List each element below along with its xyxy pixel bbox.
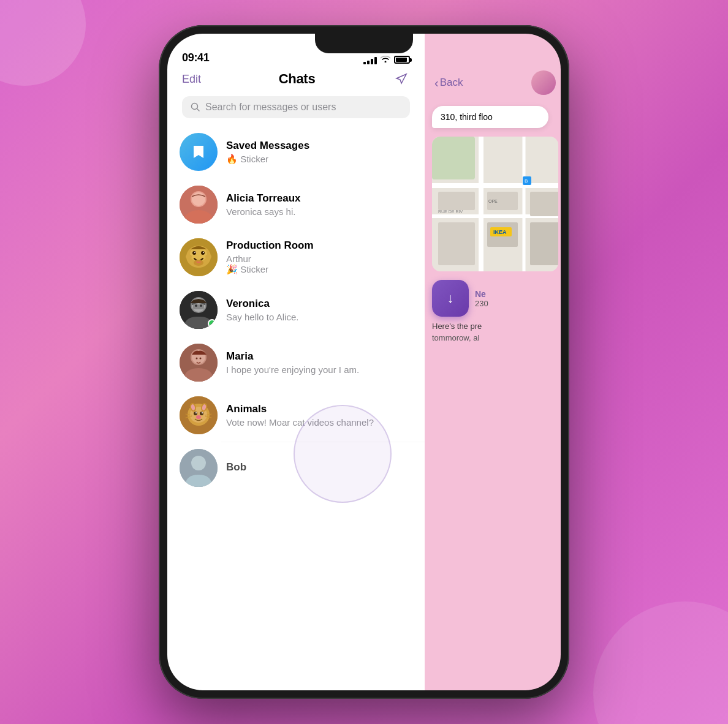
map-placeholder: IKEA B RUE DE RIV OPE (432, 137, 558, 271)
chat-info-production-room: Production Room Arthur 🎉 Sticker (226, 239, 412, 275)
chat-preview-sender: Arthur (226, 254, 251, 264)
svg-point-19 (195, 304, 197, 307)
download-info: Ne 230 (475, 289, 488, 308)
svg-point-38 (202, 412, 203, 413)
edit-button[interactable]: Edit (182, 73, 201, 86)
chat-detail-panel: 🎀 💝 🌸 ✿ 💕 ‹ Back (425, 34, 561, 690)
svg-rect-57 (530, 222, 558, 265)
online-indicator-veronica (208, 319, 216, 328)
download-count: 230 (475, 299, 488, 308)
chat-list: Saved Messages 🔥 Sticker (167, 126, 425, 690)
chat-item-bob[interactable]: Bob (167, 442, 425, 494)
chat-preview-sticker: 🎉 Sticker (226, 264, 268, 274)
search-bar[interactable]: Search for messages or users (182, 96, 410, 118)
svg-rect-59 (432, 137, 475, 179)
svg-point-37 (195, 412, 197, 413)
status-icons (363, 55, 410, 64)
avatar-bob (180, 449, 218, 487)
chat-name-animals: Animals (226, 403, 412, 415)
chat-name-saved-messages: Saved Messages (226, 140, 412, 152)
detail-header: ‹ Back (425, 34, 561, 101)
back-label: Back (440, 77, 463, 89)
chat-name-alicia: Alicia Torreaux (226, 192, 412, 205)
svg-point-26 (196, 358, 198, 360)
chat-info-alicia: Alicia Torreaux Veronica says hi. (226, 192, 412, 217)
chat-preview-saved-messages: 🔥 Sticker (226, 154, 412, 165)
chat-info-bob: Bob (226, 461, 412, 475)
svg-rect-53 (438, 192, 475, 210)
download-icon: ↓ (447, 290, 454, 306)
svg-point-9 (201, 251, 205, 255)
chat-item-maria[interactable]: Maria I hope you're enjoying your I am. (167, 336, 425, 389)
svg-text:IKEA: IKEA (493, 229, 507, 235)
chat-info-veronica: Veronica Say hello to Alice. (226, 298, 412, 322)
bg-decoration-2 (593, 601, 728, 724)
phone-screen: 09:41 (167, 34, 561, 690)
phone-notch (315, 34, 413, 53)
chats-nav: Edit Chats (182, 70, 410, 88)
preview-text-2: tommorow, al (425, 333, 561, 347)
preview-text-1: Here's the pre (425, 319, 561, 333)
chat-name-maria: Maria (226, 350, 412, 363)
back-button[interactable]: ‹ Back (434, 76, 463, 90)
svg-point-39 (196, 415, 201, 419)
wifi-icon (381, 55, 390, 64)
bg-decoration-1 (0, 0, 86, 86)
download-area: ↓ Ne 230 (432, 280, 558, 317)
avatar-production-room (180, 238, 218, 276)
avatar-saved-messages (180, 133, 218, 171)
chat-info-saved-messages: Saved Messages 🔥 Sticker (226, 140, 412, 165)
phone-device: 09:41 (159, 25, 569, 699)
signal-bar-3 (371, 59, 373, 64)
detail-contact-avatar (531, 70, 556, 95)
download-title: Ne (475, 289, 488, 299)
compose-button[interactable] (393, 70, 410, 88)
avatar-alicia (180, 186, 218, 224)
chats-panel: 09:41 (167, 34, 425, 690)
svg-point-8 (192, 251, 196, 255)
bubble-text: 310, third floo (441, 112, 493, 122)
svg-point-14 (205, 254, 211, 259)
signal-bar-1 (363, 62, 366, 64)
svg-rect-56 (530, 192, 558, 216)
chat-preview-animals: Vote now! Moar cat videos channel? (226, 417, 412, 428)
svg-point-35 (194, 412, 197, 415)
svg-rect-18 (193, 304, 204, 309)
chat-info-animals: Animals Vote now! Moar cat videos channe… (226, 403, 412, 428)
map-area[interactable]: IKEA B RUE DE RIV OPE (432, 137, 558, 271)
chat-item-animals[interactable]: Animals Vote now! Moar cat videos channe… (167, 389, 425, 442)
svg-text:RUE DE RIV: RUE DE RIV (438, 209, 463, 214)
phone-frame: 09:41 (159, 25, 569, 699)
chat-bubble-area: 310, third floo (425, 101, 561, 133)
svg-point-10 (194, 252, 195, 253)
svg-text:B: B (525, 178, 528, 184)
chats-header: Edit Chats Sea (167, 68, 425, 126)
chat-name-veronica: Veronica (226, 298, 412, 310)
speech-bubble: 310, third floo (432, 106, 548, 128)
chat-item-alicia[interactable]: Alicia Torreaux Veronica says hi. (167, 178, 425, 231)
svg-point-27 (200, 358, 202, 360)
signal-icon (363, 56, 377, 64)
chat-preview-veronica: Say hello to Alice. (226, 312, 412, 322)
chat-info-maria: Maria I hope you're enjoying your I am. (226, 350, 412, 375)
avatar-veronica (180, 291, 218, 329)
chat-preview-maria: I hope you're enjoying your I am. (226, 364, 412, 375)
chat-preview-alicia: Veronica says hi. (226, 206, 412, 217)
signal-bar-4 (374, 57, 377, 64)
svg-point-20 (200, 304, 202, 307)
back-chevron-icon: ‹ (434, 76, 439, 90)
chat-item-veronica[interactable]: Veronica Say hello to Alice. (167, 284, 425, 336)
svg-point-36 (200, 412, 203, 415)
chat-item-saved-messages[interactable]: Saved Messages 🔥 Sticker (167, 126, 425, 178)
status-time: 09:41 (182, 51, 210, 64)
chat-item-production-room[interactable]: Production Room Arthur 🎉 Sticker (167, 231, 425, 284)
chats-title: Chats (279, 71, 316, 87)
battery-icon (394, 56, 410, 64)
download-button[interactable]: ↓ (432, 280, 469, 317)
search-placeholder: Search for messages or users (205, 102, 336, 113)
svg-text:OPE: OPE (488, 199, 498, 203)
svg-point-11 (203, 252, 204, 253)
svg-point-41 (191, 456, 206, 470)
chat-name-production-room: Production Room (226, 239, 412, 252)
search-icon (191, 102, 200, 112)
